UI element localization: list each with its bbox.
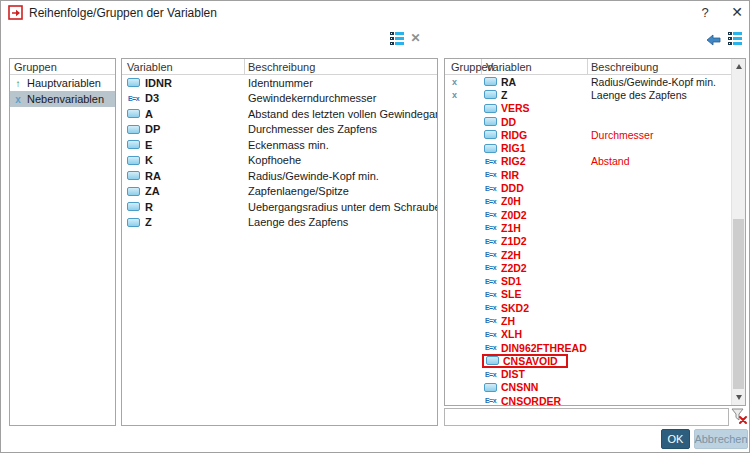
variable-description: Kopfhoehe	[245, 154, 437, 166]
variable-name: VERS	[501, 102, 530, 114]
group-item-nebenvariablen[interactable]: xNebenvariablen	[10, 91, 115, 107]
highlighted-variable: CNSAVOID	[482, 354, 568, 368]
variable-cell: RA	[482, 75, 588, 88]
variable-row[interactable]: E=xRIG2Abstand	[445, 155, 731, 168]
variable-name-cell: RA	[122, 170, 245, 182]
groups-panel: Gruppen ↑HauptvariablenxNebenvariablen	[9, 58, 116, 426]
variable-cell: CNSAVOID	[482, 354, 588, 368]
variable-row[interactable]: E=xDIN962FTHREAD	[445, 341, 731, 354]
variable-row[interactable]: E=xSKD2	[445, 301, 731, 314]
variable-name-cell: E=xD3	[122, 92, 245, 104]
variable-row[interactable]: E=xZ0D2	[445, 208, 731, 221]
group-item-hauptvariablen[interactable]: ↑Hauptvariablen	[10, 75, 115, 91]
column-header-gruppen[interactable]: Gruppen	[445, 59, 482, 74]
variable-row[interactable]: E=xDIST	[445, 368, 731, 381]
variable-icon	[484, 144, 497, 153]
variable-cell: DD	[482, 115, 588, 128]
move-left-arrow-icon[interactable]	[705, 32, 721, 47]
variable-row[interactable]: E=xZ2H	[445, 248, 731, 261]
variable-row[interactable]: AAbstand des letzten vollen Gewindegange…	[122, 106, 437, 122]
relation-icon: E=x	[484, 198, 497, 205]
variable-row[interactable]: E=xZ2D2	[445, 261, 731, 274]
close-button[interactable]: ✕	[725, 3, 749, 22]
variable-name: A	[145, 108, 153, 120]
remove-variable-icon[interactable]: ✕	[408, 30, 423, 45]
column-header-beschreibung[interactable]: Beschreibung	[588, 59, 731, 74]
variable-name: Z1D2	[501, 235, 527, 247]
relation-icon: E=x	[484, 185, 497, 192]
variable-name-cell: RIG1	[482, 142, 528, 155]
scroll-up-icon[interactable]	[732, 59, 745, 74]
variable-row[interactable]: RUebergangsradius unter dem Schraubenko.…	[122, 199, 437, 215]
variable-description: Durchmesser	[588, 129, 731, 141]
clear-filter-icon[interactable]	[730, 408, 748, 425]
variable-row[interactable]: E=xZ0H	[445, 195, 731, 208]
variable-name-cell: E=xSD1	[482, 275, 523, 288]
variable-cell: E=xCNSORDER	[482, 394, 588, 407]
variable-row[interactable]: E=xSD1	[445, 274, 731, 287]
group-item-label: Hauptvariablen	[27, 77, 101, 89]
group-list-icon[interactable]	[389, 31, 404, 46]
variable-name-cell: VERS	[482, 102, 532, 115]
variable-name-cell: E=xSKD2	[482, 301, 531, 314]
variable-row[interactable]: DD	[445, 115, 731, 128]
order-list-icon[interactable]	[727, 31, 742, 46]
variable-row[interactable]: RIG1	[445, 141, 731, 154]
variable-row[interactable]: xZLaenge des Zapfens	[445, 88, 731, 101]
relation-icon: E=x	[484, 317, 497, 324]
variable-row[interactable]: E=xRIR	[445, 168, 731, 181]
variable-row[interactable]: E=xZ1D2	[445, 235, 731, 248]
variable-row[interactable]: E=xCNSORDER	[445, 394, 731, 407]
column-header-beschreibung[interactable]: Beschreibung	[245, 59, 437, 74]
vertical-scrollbar[interactable]	[731, 59, 745, 405]
variable-row[interactable]: ZLaenge des Zapfens	[122, 215, 437, 231]
variable-row[interactable]: E=xXLH	[445, 328, 731, 341]
variable-icon	[484, 130, 497, 139]
relation-icon: E=x	[484, 171, 497, 178]
variable-row[interactable]: IDNRIdentnummer	[122, 75, 437, 91]
scroll-down-icon[interactable]	[732, 390, 745, 405]
variable-name-cell: RA	[482, 75, 518, 88]
variable-row[interactable]: ZAZapfenlaenge/Spitze	[122, 184, 437, 200]
variable-row[interactable]: xRARadius/Gewinde-Kopf min.	[445, 75, 731, 88]
variable-row[interactable]: RARadius/Gewinde-Kopf min.	[122, 168, 437, 184]
variable-row[interactable]: E=xSLE	[445, 288, 731, 301]
column-header-variablen[interactable]: Variablen	[482, 59, 588, 74]
variable-name: RIG2	[501, 155, 526, 167]
cancel-button[interactable]: Abbrechen	[694, 429, 748, 449]
relation-icon: E=x	[484, 278, 497, 285]
groups-list: ↑HauptvariablenxNebenvariablen	[10, 75, 115, 107]
variable-name-cell: K	[122, 154, 245, 166]
variable-name-cell: E=xRIG2	[482, 155, 528, 168]
variable-row[interactable]: RIDGDurchmesser	[445, 128, 731, 141]
filter-input[interactable]	[444, 408, 729, 426]
variable-row[interactable]: E=xDDD	[445, 181, 731, 194]
scrollbar-thumb[interactable]	[733, 219, 744, 389]
variable-cell: Z	[482, 88, 588, 101]
variable-name-cell: E=xCNSORDER	[482, 394, 563, 407]
variable-name: DP	[145, 123, 160, 135]
variable-row[interactable]: CNSNN	[445, 381, 731, 394]
variable-name: Z0D2	[501, 209, 527, 221]
variable-name-cell: ZA	[122, 185, 245, 197]
help-button[interactable]: ?	[693, 3, 717, 22]
variable-icon	[127, 218, 140, 227]
variable-name: DIN962FTHREAD	[501, 342, 587, 354]
column-header-variablen[interactable]: Variablen	[122, 59, 245, 74]
variable-row[interactable]: E=xZ1H	[445, 221, 731, 234]
variable-row[interactable]: EEckenmass min.	[122, 137, 437, 153]
variable-cell: E=xXLH	[482, 328, 588, 341]
variable-row[interactable]: CNSAVOID	[445, 354, 731, 367]
variable-row[interactable]: KKopfhoehe	[122, 153, 437, 169]
variable-row[interactable]: VERS	[445, 102, 731, 115]
variable-row[interactable]: DPDurchmesser des Zapfens	[122, 122, 437, 138]
variable-name: RIG1	[501, 142, 526, 154]
variable-row[interactable]: E=xD3Gewindekerndurchmesser	[122, 91, 437, 107]
variable-row[interactable]: E=xZH	[445, 314, 731, 327]
variable-cell: CNSNN	[482, 381, 588, 394]
ok-button[interactable]: OK	[661, 429, 690, 449]
relation-icon: E=x	[484, 397, 497, 404]
variable-name: RIR	[501, 169, 519, 181]
variable-name-cell: E	[122, 139, 245, 151]
variable-icon	[127, 171, 140, 180]
